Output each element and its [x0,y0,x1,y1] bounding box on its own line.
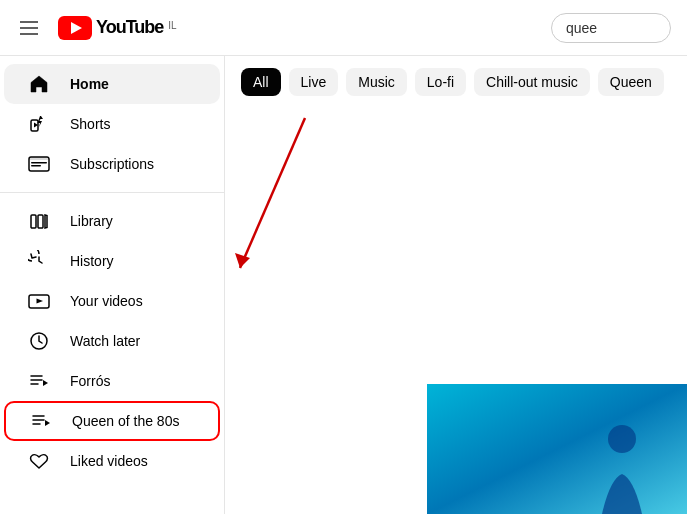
content-area: All Live Music Lo-fi Chill-out music Que… [225,56,687,514]
sidebar-item-liked-videos[interactable]: Liked videos [4,441,220,481]
sidebar-item-home[interactable]: Home [4,64,220,104]
chip-music[interactable]: Music [346,68,407,96]
sidebar-item-shorts[interactable]: Shorts [4,104,220,144]
youtube-country: IL [168,20,176,31]
header-right [551,13,671,43]
svg-marker-21 [45,420,50,426]
youtube-logo-icon [58,16,92,40]
youtube-logo[interactable]: YouTube IL [58,16,177,40]
youtube-text: YouTube [96,17,163,38]
home-icon [28,73,50,95]
sidebar-item-queen-80s[interactable]: Queen of the 80s [4,401,220,441]
library-icon [28,210,50,232]
svg-rect-5 [29,157,49,160]
svg-marker-23 [235,253,250,268]
your-videos-icon [28,290,50,312]
sidebar-label-liked-videos: Liked videos [70,453,148,469]
sidebar-label-forros: Forrós [70,373,110,389]
sidebar-label-history: History [70,253,114,269]
header-left: YouTube IL [16,16,177,40]
svg-rect-8 [31,215,36,228]
sidebar: Home Shorts Sub [0,56,225,514]
main-layout: Home Shorts Sub [0,56,687,514]
shorts-icon [28,113,50,135]
sidebar-item-library[interactable]: Library [4,201,220,241]
svg-point-25 [608,425,636,453]
chip-chill[interactable]: Chill-out music [474,68,590,96]
svg-line-22 [240,118,305,268]
sidebar-label-shorts: Shorts [70,116,110,132]
hamburger-menu-button[interactable] [16,17,42,39]
playlist-icon-queen [30,410,52,432]
chip-all[interactable]: All [241,68,281,96]
sidebar-item-subscriptions[interactable]: Subscriptions [4,144,220,184]
search-input[interactable] [551,13,671,43]
sidebar-label-queen-80s: Queen of the 80s [72,413,179,429]
svg-rect-24 [427,384,687,514]
sidebar-item-forros[interactable]: Forrós [4,361,220,401]
svg-marker-17 [43,380,48,386]
sidebar-label-library: Library [70,213,113,229]
video-area [225,108,687,514]
subscriptions-icon [28,153,50,175]
chip-lofi[interactable]: Lo-fi [415,68,466,96]
sidebar-label-home: Home [70,76,109,92]
svg-marker-10 [45,215,47,228]
sidebar-divider [0,192,224,193]
sidebar-item-history[interactable]: History [4,241,220,281]
sidebar-item-watch-later[interactable]: Watch later [4,321,220,361]
thumbnail-preview [427,384,687,514]
liked-icon [28,450,50,472]
playlist-icon-forros [28,370,50,392]
chip-queen[interactable]: Queen [598,68,664,96]
filter-bar: All Live Music Lo-fi Chill-out music Que… [225,56,687,108]
sidebar-label-your-videos: Your videos [70,293,143,309]
thumbnail-svg [427,384,687,514]
sidebar-item-your-videos[interactable]: Your videos [4,281,220,321]
watch-later-icon [28,330,50,352]
svg-rect-9 [38,215,43,228]
svg-marker-12 [37,299,44,304]
chip-live[interactable]: Live [289,68,339,96]
svg-rect-7 [31,165,41,167]
history-icon [28,250,50,272]
header: YouTube IL [0,0,687,56]
sidebar-label-watch-later: Watch later [70,333,140,349]
sidebar-label-subscriptions: Subscriptions [70,156,154,172]
svg-rect-6 [31,162,47,164]
